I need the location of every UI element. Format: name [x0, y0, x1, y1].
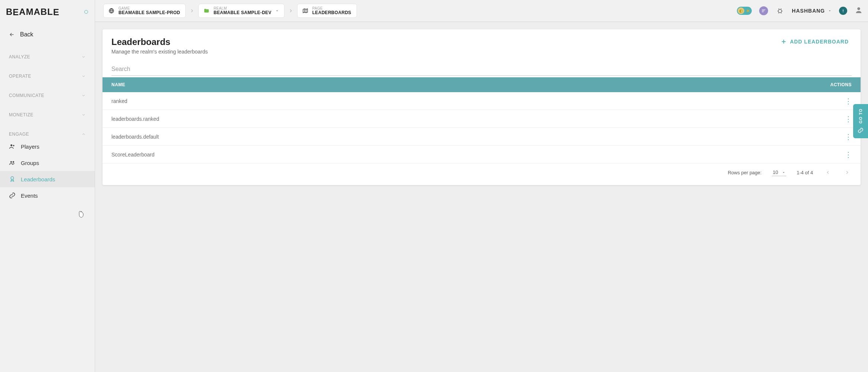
column-header-actions: ACTIONS	[822, 82, 852, 87]
go-to-label: GO TO	[858, 109, 863, 123]
org-name-label: HASHBANG	[792, 8, 825, 14]
nav-section-label: COMMUNICATE	[9, 93, 44, 98]
prev-page-button[interactable]	[823, 168, 832, 177]
back-button[interactable]: Back	[0, 24, 95, 42]
nav-section-operate[interactable]: OPERATE	[0, 61, 95, 80]
org-dropdown[interactable]: HASHBANG	[792, 8, 832, 14]
rows-per-page-label: Rows per page:	[728, 170, 761, 175]
folder-icon	[203, 7, 210, 14]
sidebar-item-groups[interactable]: Groups	[0, 155, 95, 171]
chevron-right-icon	[189, 8, 195, 13]
sidebar-item-label: Players	[21, 143, 39, 150]
row-actions: ⋮	[822, 133, 852, 140]
account-alert-button[interactable]	[839, 7, 847, 15]
sidebar-item-events[interactable]: Events	[0, 187, 95, 204]
dropdown-triangle-icon	[782, 171, 786, 174]
rows-per-page-value: 10	[773, 169, 778, 175]
nav-section-label: MONETIZE	[9, 112, 33, 117]
sun-icon: ☀	[746, 8, 750, 14]
table-row[interactable]: leaderboards.ranked⋮	[103, 110, 861, 128]
leaderboard-icon	[9, 176, 16, 182]
notes-button[interactable]	[759, 6, 768, 15]
row-name: leaderboards.ranked	[111, 116, 822, 122]
row-actions: ⋮	[822, 115, 852, 123]
person-icon	[855, 6, 863, 14]
page-title: Leaderboards	[111, 37, 208, 47]
crumb-value: LEADERBOARDS	[312, 10, 351, 15]
nav-section-label: ANALYZE	[9, 54, 30, 59]
globe-icon	[108, 7, 115, 14]
svg-point-6	[778, 9, 782, 13]
leaderboards-card: Leaderboards Manage the realm's existing…	[103, 29, 861, 185]
next-page-button[interactable]	[843, 168, 852, 177]
crumb-value: BEAMABLE SAMPLE-DEV	[214, 10, 272, 15]
bug-icon	[777, 7, 783, 14]
content-area: Leaderboards Manage the realm's existing…	[95, 22, 868, 372]
svg-rect-7	[843, 10, 843, 12]
add-button-label: ADD LEADERBOARD	[790, 39, 849, 45]
sidebar-item-players[interactable]: Players	[0, 138, 95, 155]
arrow-left-icon	[9, 32, 15, 38]
row-actions: ⋮	[822, 151, 852, 158]
chevron-right-icon	[288, 8, 293, 13]
status-indicator-icon	[84, 10, 88, 14]
page-subtitle: Manage the realm's existing leaderboards	[111, 49, 208, 55]
table-row[interactable]: ScoreLeaderboard⋮	[103, 146, 861, 164]
table-row[interactable]: ranked⋮	[103, 92, 861, 110]
crumb-realm[interactable]: REALM BEAMABLE SAMPLE-DEV	[198, 4, 285, 18]
row-actions-menu-button[interactable]: ⋮	[845, 133, 852, 140]
row-name: ScoreLeaderboard	[111, 152, 822, 158]
row-actions-menu-button[interactable]: ⋮	[845, 97, 852, 105]
table-row[interactable]: leaderboards.default⋮	[103, 128, 861, 146]
chevron-down-icon	[81, 55, 86, 59]
dropdown-triangle-icon	[828, 9, 832, 13]
breadcrumbs: GAME BEAMABLE SAMPLE-PROD REALM BEAMABLE…	[103, 4, 357, 18]
nav-section-engage[interactable]: ENGAGE	[0, 119, 95, 138]
back-label: Back	[20, 31, 33, 38]
sidebar-item-leaderboards[interactable]: Leaderboards	[0, 171, 95, 187]
chevron-down-icon	[81, 113, 86, 117]
groups-icon	[9, 159, 16, 166]
sidebar-item-label: Groups	[21, 160, 39, 166]
rows-per-page-select[interactable]: 10	[772, 169, 786, 176]
link-icon	[857, 127, 864, 134]
go-to-tab[interactable]: GO TO	[853, 104, 868, 138]
nav-section-monetize[interactable]: MONETIZE	[0, 100, 95, 119]
moon-icon: ◐	[738, 7, 744, 14]
crumb-page[interactable]: PAGE LEADERBOARDS	[297, 4, 357, 18]
pagination: Rows per page: 10 1-4 of 4	[103, 164, 861, 184]
row-actions-menu-button[interactable]: ⋮	[845, 151, 852, 158]
plus-icon	[780, 38, 787, 45]
svg-point-1	[13, 145, 14, 146]
sidebar-item-label: Leaderboards	[21, 176, 55, 182]
nav-section-label: OPERATE	[9, 74, 31, 79]
sidebar-item-label: Events	[21, 193, 38, 199]
chevron-up-icon	[81, 132, 86, 136]
crumb-game[interactable]: GAME BEAMABLE SAMPLE-PROD	[103, 4, 186, 18]
table-header: NAME ACTIONS	[103, 77, 861, 92]
user-menu[interactable]	[855, 6, 863, 16]
nav-section-analyze[interactable]: ANALYZE	[0, 42, 95, 61]
logo: BEAMABLE	[6, 7, 59, 17]
nav-section-communicate[interactable]: COMMUNICATE	[0, 80, 95, 100]
crumb-value: BEAMABLE SAMPLE-PROD	[118, 10, 180, 15]
svg-point-3	[13, 161, 14, 163]
link-icon	[9, 192, 16, 199]
chevron-left-icon	[825, 170, 830, 175]
chevron-down-icon	[81, 93, 86, 98]
row-name: ranked	[111, 98, 822, 104]
bug-report-button[interactable]	[776, 6, 784, 15]
row-actions: ⋮	[822, 97, 852, 105]
svg-point-2	[10, 161, 12, 163]
notes-icon	[761, 8, 766, 13]
search-input[interactable]	[111, 63, 852, 76]
chevron-down-icon	[81, 74, 86, 78]
theme-toggle[interactable]: ◐ ☀	[737, 7, 752, 15]
dropdown-triangle-icon	[275, 9, 279, 13]
leaderboards-table: NAME ACTIONS ranked⋮leaderboards.ranked⋮…	[103, 77, 861, 164]
add-leaderboard-button[interactable]: ADD LEADERBOARD	[777, 37, 852, 46]
svg-point-9	[857, 7, 860, 10]
row-actions-menu-button[interactable]: ⋮	[845, 115, 852, 123]
svg-point-0	[11, 145, 13, 146]
map-icon	[302, 7, 309, 14]
